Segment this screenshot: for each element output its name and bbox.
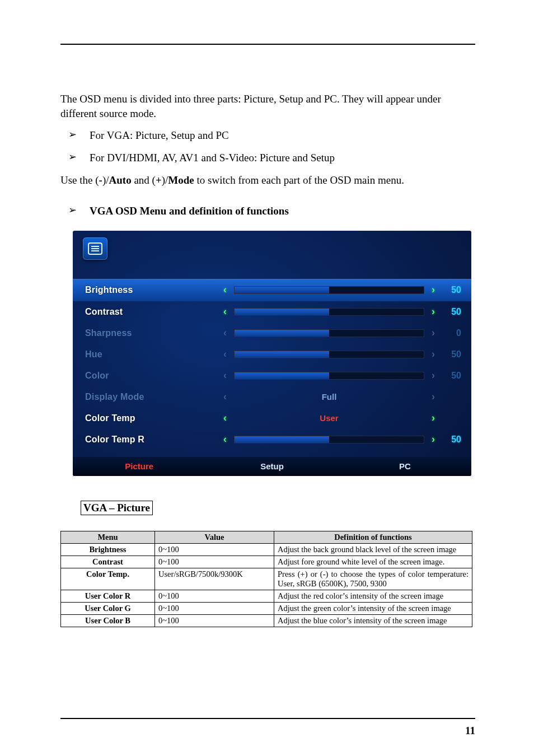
increase-arrow-icon: ›	[428, 327, 439, 339]
osd-slider-fill	[235, 330, 329, 337]
increase-arrow-icon: ›	[428, 348, 439, 360]
osd-tab-bar: PictureSetupPC	[73, 457, 471, 476]
osd-row: Contrast‹›50	[73, 301, 471, 323]
header-rule	[60, 44, 475, 45]
osd-row: Color Temp R‹›50	[73, 429, 471, 450]
increase-arrow-icon: ›	[428, 391, 439, 403]
mode-bullet-list: ➢ For VGA: Picture, Setup and PC ➢ For D…	[60, 128, 475, 165]
osd-row: Color Temp‹User›	[73, 408, 471, 429]
osd-slider-track	[234, 372, 424, 380]
osd-row: Hue‹›50	[73, 344, 471, 365]
decrease-arrow-icon: ‹	[219, 306, 231, 318]
osd-slider-fill	[235, 309, 329, 315]
osd-slider-fill	[235, 372, 329, 379]
osd-value: 50	[439, 371, 461, 381]
osd-category-icon	[83, 237, 107, 260]
osd-row-label: Hue	[85, 349, 219, 360]
osd-row-label: Color	[85, 371, 219, 381]
bullet-glyph-icon: ➢	[68, 151, 90, 165]
table-cell: 0~100	[155, 543, 274, 556]
table-cell: User Color B	[61, 614, 155, 627]
page-number: 11	[465, 725, 475, 737]
increase-arrow-icon: ›	[428, 433, 439, 445]
table-row: User Color B0~100Adjust the blue color’s…	[61, 614, 472, 627]
decrease-arrow-icon: ‹	[219, 348, 231, 360]
bullet-glyph-icon: ➢	[68, 204, 90, 218]
osd-value: 50	[439, 349, 461, 360]
bullet-glyph-icon: ➢	[68, 128, 90, 143]
osd-row-label: Contrast	[85, 307, 219, 317]
increase-arrow-icon: ›	[428, 284, 439, 296]
osd-row-label: Brightness	[85, 285, 219, 295]
table-cell: Adjust fore ground white level of the sc…	[274, 556, 472, 568]
table-cell: Brightness	[61, 543, 155, 556]
section-heading: VGA OSD Menu and definition of functions	[90, 204, 475, 218]
osd-tab: Picture	[73, 457, 205, 476]
decrease-arrow-icon: ‹	[219, 370, 231, 381]
decrease-arrow-icon: ‹	[219, 391, 231, 403]
table-row: Color Temp.User/sRGB/7500k/9300KPress (+…	[61, 568, 472, 590]
definitions-table: Menu Value Definition of functions Brigh…	[60, 531, 472, 627]
table-cell: Color Temp.	[61, 568, 155, 590]
osd-slider-fill	[235, 436, 329, 443]
table-cell: Press (+) or (-) to choose the types of …	[274, 568, 472, 590]
table-row: User Color R0~100Adjust the red color’s …	[61, 590, 472, 602]
decrease-arrow-icon: ‹	[219, 433, 231, 445]
bullet-item: For VGA: Picture, Setup and PC	[90, 128, 475, 143]
table-cell: Contrast	[61, 556, 155, 568]
osd-tab: Setup	[205, 457, 338, 476]
table-cell: 0~100	[155, 590, 274, 602]
osd-row-label: Sharpness	[85, 328, 219, 338]
osd-slider-track	[234, 286, 424, 294]
osd-value: 50	[439, 285, 461, 295]
table-row: User Color G0~100Adjust the green color’…	[61, 602, 472, 614]
decrease-arrow-icon: ‹	[219, 284, 231, 296]
osd-choice-value: User	[234, 413, 424, 423]
table-cell: 0~100	[155, 614, 274, 627]
osd-slider-track	[234, 351, 424, 358]
osd-slider-fill	[235, 287, 329, 293]
table-row: Brightness0~100Adjust the back ground bl…	[61, 543, 472, 556]
table-cell: User/sRGB/7500k/9300K	[155, 568, 274, 590]
decrease-arrow-icon: ‹	[219, 412, 231, 424]
osd-row: Color‹›50	[73, 365, 471, 386]
osd-screenshot: Brightness‹›50Contrast‹›50Sharpness‹›0Hu…	[73, 231, 471, 476]
table-cell: User Color R	[61, 590, 155, 602]
osd-slider-track	[234, 308, 424, 316]
footer-rule	[60, 718, 475, 719]
bullet-item: For DVI/HDMI, AV, AV1 and S-Video: Pictu…	[90, 151, 475, 165]
table-cell: 0~100	[155, 556, 274, 568]
osd-row-label: Color Temp	[85, 413, 219, 423]
table-header: Menu	[61, 531, 155, 543]
osd-slider-fill	[235, 351, 329, 358]
osd-row: Sharpness‹›0	[73, 323, 471, 344]
decrease-arrow-icon: ‹	[219, 327, 231, 339]
increase-arrow-icon: ›	[428, 412, 439, 424]
osd-row: Brightness‹›50	[73, 279, 471, 301]
osd-slider-track	[234, 436, 424, 444]
table-cell: 0~100	[155, 602, 274, 614]
table-cell: Adjust the green color’s intensity of th…	[274, 602, 472, 614]
osd-row-label: Display Mode	[85, 392, 219, 402]
table-cell: Adjust the back ground black level of th…	[274, 543, 472, 556]
table-cell: Adjust the red color’s intensity of the …	[274, 590, 472, 602]
osd-choice-value: Full	[234, 392, 424, 402]
osd-row: Display Mode‹Full›	[73, 386, 471, 408]
osd-value: 0	[439, 328, 461, 338]
intro-paragraph: The OSD menu is divided into three parts…	[60, 92, 475, 120]
increase-arrow-icon: ›	[428, 370, 439, 381]
table-cell: Adjust the blue color’s intensity of the…	[274, 614, 472, 627]
table-header: Value	[155, 531, 274, 543]
table-row: Contrast0~100Adjust fore ground white le…	[61, 556, 472, 568]
vga-picture-label: VGA – Picture	[81, 501, 153, 515]
osd-row-label: Color Temp R	[85, 435, 219, 445]
increase-arrow-icon: ›	[428, 306, 439, 318]
switch-instruction: Use the (-)/Auto and (+)/Mode to switch …	[60, 173, 475, 188]
table-header: Definition of functions	[274, 531, 472, 543]
osd-tab: PC	[339, 457, 471, 476]
osd-slider-track	[234, 329, 424, 337]
table-cell: User Color G	[61, 602, 155, 614]
picture-category-icon	[83, 237, 107, 260]
osd-value: 50	[439, 307, 461, 317]
osd-value: 50	[439, 435, 461, 445]
